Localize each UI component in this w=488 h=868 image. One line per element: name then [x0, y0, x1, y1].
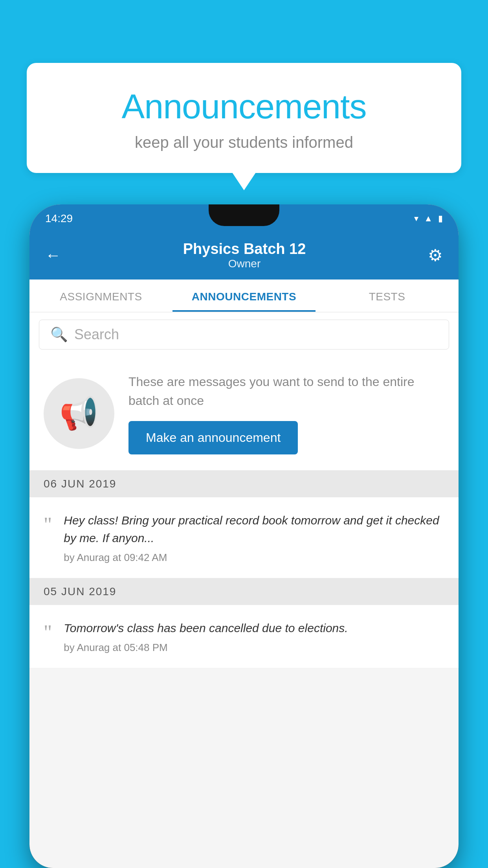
search-bar[interactable]: 🔍 Search [39, 320, 449, 349]
announcement-prompt-text: These are messages you want to send to t… [128, 372, 444, 410]
status-bar: 14:29 ▾ ▲ ▮ [29, 204, 459, 233]
tab-announcements[interactable]: ANNOUNCEMENTS [172, 280, 316, 312]
battery-icon: ▮ [438, 213, 443, 224]
announcement-content-1: Hey class! Bring your practical record b… [64, 511, 444, 564]
search-container: 🔍 Search [29, 313, 459, 357]
date-separator-1: 06 JUN 2019 [29, 471, 459, 497]
megaphone-circle: 📢 [44, 378, 114, 449]
announcement-prompt-right: These are messages you want to send to t… [128, 372, 444, 454]
status-icons: ▾ ▲ ▮ [414, 213, 443, 224]
header-subtitle: Owner [183, 257, 306, 270]
quote-icon-1: " [44, 515, 52, 535]
announcement-meta-1: by Anurag at 09:42 AM [64, 552, 444, 564]
header-title: Physics Batch 12 [183, 241, 306, 257]
announcement-meta-2: by Anurag at 05:48 PM [64, 642, 444, 654]
announcement-prompt: 📢 These are messages you want to send to… [29, 357, 459, 471]
announcement-item-2[interactable]: " Tomorrow's class has been cancelled du… [29, 605, 459, 668]
speech-bubble: Announcements keep all your students inf… [27, 63, 461, 173]
search-placeholder: Search [74, 326, 119, 343]
announcement-text-2: Tomorrow's class has been cancelled due … [64, 619, 444, 637]
wifi-icon: ▾ [414, 213, 418, 224]
tab-tests[interactable]: TESTS [316, 280, 459, 312]
announcement-text-1: Hey class! Bring your practical record b… [64, 511, 444, 547]
speech-bubble-title: Announcements [58, 86, 430, 127]
phone-inner: 14:29 ▾ ▲ ▮ ← Physics Batch 12 Owner ⚙ A… [29, 204, 459, 868]
quote-icon-2: " [44, 622, 52, 643]
make-announcement-button[interactable]: Make an announcement [128, 421, 298, 454]
date-separator-2: 05 JUN 2019 [29, 578, 459, 605]
megaphone-icon: 📢 [59, 395, 99, 432]
tabs-container: ASSIGNMENTS ANNOUNCEMENTS TESTS [29, 280, 459, 313]
search-icon: 🔍 [50, 326, 68, 343]
speech-bubble-subtitle: keep all your students informed [58, 134, 430, 151]
app-header: ← Physics Batch 12 Owner ⚙ [29, 233, 459, 280]
speech-bubble-section: Announcements keep all your students inf… [27, 63, 461, 173]
announcement-content-2: Tomorrow's class has been cancelled due … [64, 619, 444, 654]
announcement-item-1[interactable]: " Hey class! Bring your practical record… [29, 497, 459, 578]
gear-icon[interactable]: ⚙ [428, 246, 443, 265]
tab-assignments[interactable]: ASSIGNMENTS [29, 280, 172, 312]
back-button[interactable]: ← [45, 246, 61, 264]
header-title-group: Physics Batch 12 Owner [183, 241, 306, 270]
status-time: 14:29 [45, 212, 73, 225]
signal-icon: ▲ [424, 213, 433, 224]
phone-frame: 14:29 ▾ ▲ ▮ ← Physics Batch 12 Owner ⚙ A… [29, 204, 459, 868]
